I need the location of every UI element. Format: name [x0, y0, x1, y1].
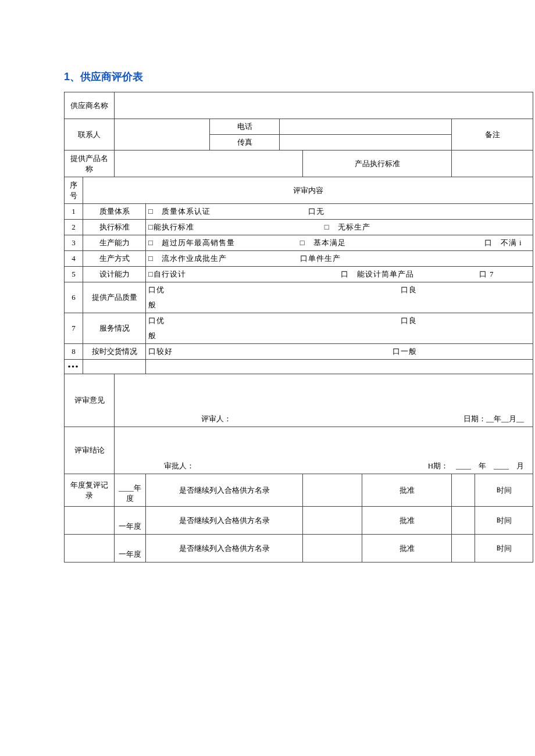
table-row-no: 3: [65, 235, 83, 251]
ellipsis-opts: [146, 360, 533, 374]
table-row-no: 6: [65, 282, 83, 313]
table-row-extra[interactable]: 般: [146, 298, 533, 313]
table-row-opts[interactable]: 口较好 口一般: [146, 344, 533, 360]
annual-time-2: 时间: [475, 507, 533, 535]
table-row-item: 执行标准: [83, 220, 146, 235]
phone-value[interactable]: [280, 119, 452, 135]
title-number: 1: [64, 71, 70, 83]
review-opinion-value[interactable]: [115, 374, 533, 412]
review-conclusion-label: 评审结论: [65, 427, 115, 474]
table-row-no: 4: [65, 251, 83, 267]
reviewer-label: 评审人：: [201, 414, 231, 423]
table-row-opts[interactable]: 口优 口良: [146, 282, 533, 298]
h-date-label: H期：: [428, 461, 448, 470]
product-name-value[interactable]: [115, 151, 303, 177]
annual-approve-2: 批准: [362, 507, 452, 535]
table-row-item: 质量体系: [83, 204, 146, 220]
contact-value[interactable]: [115, 119, 210, 151]
year-char: 年: [479, 461, 486, 470]
content-header: 评审内容: [83, 177, 533, 204]
table-row-opts[interactable]: □ 流水作业成批生产 口单件生产: [146, 251, 533, 267]
table-row-opts[interactable]: □自行设计 口 能设计简单产品 口 7: [146, 267, 533, 282]
table-row-item: 按时交货情况: [83, 344, 146, 360]
annual-continue-value-2[interactable]: [303, 507, 362, 535]
fax-label: 传真: [210, 135, 280, 151]
table-row-no: 5: [65, 267, 83, 282]
annual-approve-value-1[interactable]: [452, 474, 475, 507]
table-row-no: 2: [65, 220, 83, 235]
annual-continue-1: 是否继续列入合格供方名录: [146, 474, 303, 507]
fax-value[interactable]: [280, 135, 452, 151]
annual-review-label: 年度复评记录: [65, 474, 115, 507]
approver-label: 审批人：: [164, 461, 194, 470]
review-date-label: 日期：__年__月__: [463, 414, 524, 423]
annual-approve-1: 批准: [362, 474, 452, 507]
annual-time-3: 时间: [475, 535, 533, 562]
table-row-item: 生产能力: [83, 235, 146, 251]
supplier-evaluation-table: 供应商名称 联系人 电话 备注 传真 提供产品名称 产品执行标准 序号 评审内容…: [64, 92, 533, 562]
table-row-opts[interactable]: 口优 口良: [146, 313, 533, 329]
annual-spacer-2: [65, 507, 115, 535]
table-row-no: 8: [65, 344, 83, 360]
phone-label: 电话: [210, 119, 280, 135]
remark-label: 备注: [452, 119, 533, 151]
seq-header: 序号: [65, 177, 83, 204]
annual-continue-value-1[interactable]: [303, 474, 362, 507]
table-row-opts[interactable]: □ 质量体系认证 口无: [146, 204, 533, 220]
table-row-item: 服务情况: [83, 313, 146, 344]
annual-approve-value-2[interactable]: [452, 507, 475, 535]
annual-continue-2: 是否继续列入合格供方名录: [146, 507, 303, 535]
product-standard-label: 产品执行标准: [303, 151, 452, 177]
annual-year-3: 一年度: [115, 535, 146, 562]
title-sep: 、: [70, 71, 80, 83]
title-text: 供应商评价表: [80, 71, 143, 83]
page-title: 1、供应商评价表: [64, 70, 535, 84]
annual-continue-value-3[interactable]: [303, 535, 362, 562]
table-row-item: 设计能力: [83, 267, 146, 282]
annual-continue-3: 是否继续列入合格供方名录: [146, 535, 303, 562]
table-row-item: 提供产品质量: [83, 282, 146, 313]
annual-approve-3: 批准: [362, 535, 452, 562]
table-row-no: 1: [65, 204, 83, 220]
review-conclusion-value[interactable]: [115, 427, 533, 459]
ellipsis-row: •••: [65, 360, 83, 374]
annual-year-2: 一年度: [115, 507, 146, 535]
contact-label: 联系人: [65, 119, 115, 151]
ellipsis-item: [83, 360, 146, 374]
review-opinion-label: 评审意见: [65, 374, 115, 427]
product-standard-value[interactable]: [452, 151, 533, 177]
annual-year-1: ____年度: [115, 474, 146, 507]
product-name-label: 提供产品名称: [65, 151, 115, 177]
table-row-extra[interactable]: 般: [146, 328, 533, 344]
supplier-name-value[interactable]: [115, 92, 533, 119]
annual-approve-value-3[interactable]: [452, 535, 475, 562]
table-row-opts[interactable]: □ 超过历年最高销售量 □ 基本满足 口 不满 i: [146, 235, 533, 251]
supplier-name-label: 供应商名称: [65, 92, 115, 119]
table-row-item: 生产方式: [83, 251, 146, 267]
table-row-no: 7: [65, 313, 83, 344]
annual-spacer-3: [65, 535, 115, 562]
annual-time-1: 时间: [475, 474, 533, 507]
table-row-opts[interactable]: □能执行标准 □ 无标生产: [146, 220, 533, 235]
month-char: 月: [516, 461, 524, 470]
